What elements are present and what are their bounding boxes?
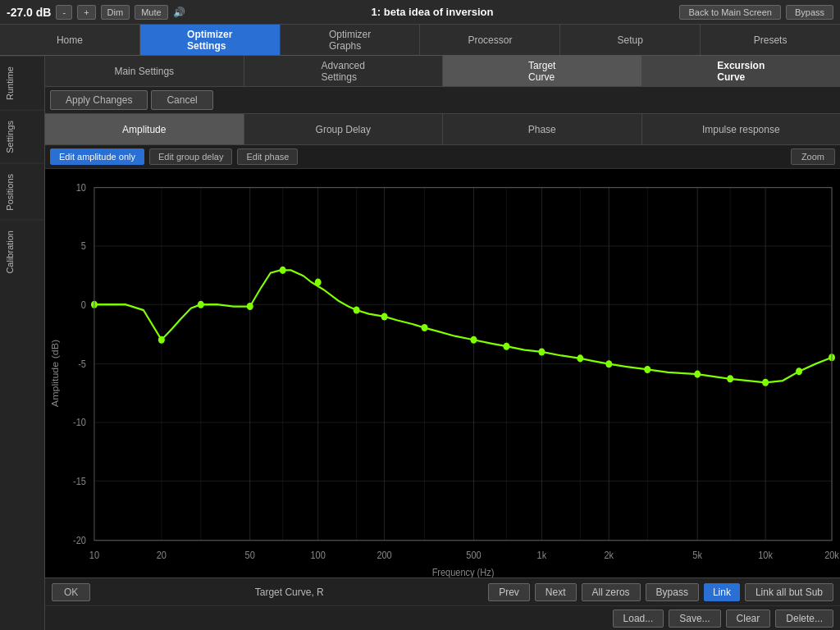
svg-text:Frequency (Hz): Frequency (Hz) xyxy=(432,566,495,578)
dim-button[interactable]: Dim xyxy=(101,5,130,20)
frequency-chart: 10 5 0 -5 -10 -15 -20 Amplitude (dB) xyxy=(45,169,840,578)
tab-phase[interactable]: Phase xyxy=(443,114,642,144)
svg-point-52 xyxy=(354,307,360,314)
edit-phase-button[interactable]: Edit phase xyxy=(237,148,298,165)
svg-point-53 xyxy=(381,313,388,320)
tab-impulse-response[interactable]: Impulse response xyxy=(642,114,841,144)
svg-text:Amplitude (dB): Amplitude (dB) xyxy=(50,340,60,407)
nav-tab-optimizer-settings[interactable]: OptimizerSettings xyxy=(140,25,281,55)
svg-text:5: 5 xyxy=(81,240,87,252)
top-sub-tabs: Main Settings AdvancedSettings TargetCur… xyxy=(45,56,840,87)
sidebar-item-positions[interactable]: Positions xyxy=(0,163,44,221)
action-row: Apply Changes Cancel xyxy=(45,87,840,114)
link-button[interactable]: Link xyxy=(704,583,740,601)
svg-text:100: 100 xyxy=(310,550,326,561)
svg-text:0: 0 xyxy=(81,299,87,310)
nav-tab-setup[interactable]: Setup xyxy=(560,25,701,55)
svg-point-58 xyxy=(577,354,583,362)
edit-group-delay-button[interactable]: Edit group delay xyxy=(149,148,233,165)
svg-text:10: 10 xyxy=(89,550,100,561)
nav-tab-home[interactable]: Home xyxy=(0,25,140,55)
main-panel: Main Settings AdvancedSettings TargetCur… xyxy=(45,56,840,630)
sub-tabs: Amplitude Group Delay Phase Impulse resp… xyxy=(45,114,840,145)
next-button[interactable]: Next xyxy=(535,583,577,601)
edit-row: Edit amplitude only Edit group delay Edi… xyxy=(45,145,840,169)
link-all-but-sub-button[interactable]: Link all but Sub xyxy=(745,583,833,601)
svg-text:-10: -10 xyxy=(73,417,86,428)
svg-text:-20: -20 xyxy=(73,535,86,546)
title-text: 1: beta idea of inversion xyxy=(190,6,675,18)
svg-text:2k: 2k xyxy=(604,550,614,561)
bottom-bar: OK Target Curve, R Prev Next All zeros B… xyxy=(45,578,840,605)
target-curve-label: Target Curve, R xyxy=(95,587,483,598)
chart-area: 10 5 0 -5 -10 -15 -20 Amplitude (dB) xyxy=(45,169,840,578)
svg-point-56 xyxy=(503,343,509,350)
apply-changes-button[interactable]: Apply Changes xyxy=(50,90,148,110)
cancel-button[interactable]: Cancel xyxy=(151,90,212,110)
main-nav: Home OptimizerSettings OptimizerGraphs P… xyxy=(0,25,840,56)
svg-point-64 xyxy=(796,368,802,375)
load-button[interactable]: Load... xyxy=(613,609,664,628)
svg-point-57 xyxy=(538,348,545,355)
svg-point-49 xyxy=(247,303,253,310)
ok-button[interactable]: OK xyxy=(52,583,90,601)
speaker-icon: 🔊 xyxy=(173,7,185,18)
nav-tab-processor[interactable]: Processor xyxy=(420,25,560,55)
tab-main-settings[interactable]: Main Settings xyxy=(45,56,244,86)
svg-text:20: 20 xyxy=(157,550,167,561)
tab-target-curve[interactable]: TargetCurve xyxy=(443,56,642,86)
svg-point-50 xyxy=(280,267,286,274)
db-display: -27.0 dB xyxy=(7,6,51,19)
svg-point-54 xyxy=(422,324,428,331)
prev-button[interactable]: Prev xyxy=(488,583,530,601)
svg-point-60 xyxy=(644,366,651,373)
edit-amplitude-button[interactable]: Edit amplitude only xyxy=(50,148,144,165)
nav-tab-optimizer-graphs[interactable]: OptimizerGraphs xyxy=(281,25,421,55)
svg-text:500: 500 xyxy=(466,550,482,561)
nav-tab-presets[interactable]: Presets xyxy=(701,25,840,55)
zoom-button[interactable]: Zoom xyxy=(791,148,835,165)
tab-amplitude[interactable]: Amplitude xyxy=(45,114,244,144)
svg-point-62 xyxy=(727,375,733,382)
sidebar: Runtime Settings Positions Calibration xyxy=(0,56,45,630)
mute-button[interactable]: Mute xyxy=(135,5,167,20)
sidebar-item-runtime[interactable]: Runtime xyxy=(0,56,44,110)
clear-button[interactable]: Clear xyxy=(726,609,771,628)
svg-point-63 xyxy=(762,379,769,386)
svg-text:5k: 5k xyxy=(692,550,702,561)
delete-button[interactable]: Delete... xyxy=(775,609,833,628)
svg-text:50: 50 xyxy=(245,550,256,561)
sidebar-item-settings[interactable]: Settings xyxy=(0,110,44,163)
bypass-button[interactable]: Bypass xyxy=(786,5,833,20)
save-button[interactable]: Save... xyxy=(669,609,720,628)
top-bar: -27.0 dB - + Dim Mute 🔊 1: beta idea of … xyxy=(0,0,840,25)
tab-excursion-curve[interactable]: ExcursionCurve xyxy=(642,56,841,86)
svg-text:20k: 20k xyxy=(824,550,839,561)
all-zeros-button[interactable]: All zeros xyxy=(582,583,641,601)
svg-point-55 xyxy=(470,336,477,344)
svg-point-48 xyxy=(198,301,204,308)
minus-button[interactable]: - xyxy=(56,5,72,20)
bottom-bar2: Load... Save... Clear Delete... xyxy=(45,605,840,630)
svg-rect-0 xyxy=(45,169,840,578)
tab-group-delay[interactable]: Group Delay xyxy=(244,114,444,144)
svg-text:10k: 10k xyxy=(758,550,773,561)
svg-text:10: 10 xyxy=(76,182,87,194)
svg-text:-5: -5 xyxy=(78,358,86,370)
back-to-main-button[interactable]: Back to Main Screen xyxy=(679,5,781,20)
svg-point-47 xyxy=(158,336,165,344)
svg-point-51 xyxy=(315,279,322,286)
svg-text:1k: 1k xyxy=(537,550,547,561)
sidebar-item-calibration[interactable]: Calibration xyxy=(0,220,44,284)
svg-point-59 xyxy=(605,360,612,368)
svg-point-61 xyxy=(694,371,701,378)
bypass-curve-button[interactable]: Bypass xyxy=(646,583,699,601)
svg-text:-15: -15 xyxy=(73,475,86,486)
plus-button[interactable]: + xyxy=(77,5,95,20)
svg-text:200: 200 xyxy=(377,550,392,561)
tab-advanced-settings[interactable]: AdvancedSettings xyxy=(244,56,444,86)
content-area: Runtime Settings Positions Calibration M… xyxy=(0,56,840,630)
